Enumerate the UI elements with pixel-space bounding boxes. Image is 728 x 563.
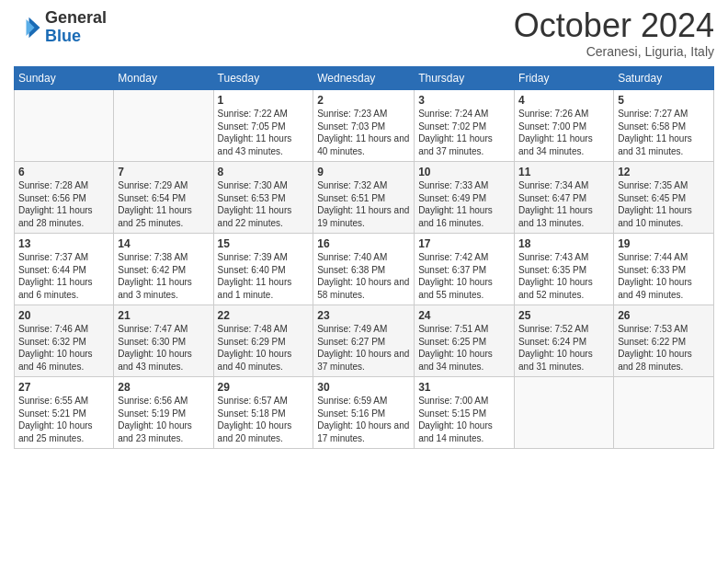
day-info: Sunrise: 7:24 AM Sunset: 7:02 PM Dayligh… (418, 108, 510, 157)
calendar-cell-w3-d6: 19Sunrise: 7:44 AM Sunset: 6:33 PM Dayli… (614, 234, 714, 305)
header-saturday: Saturday (614, 67, 714, 90)
day-info: Sunrise: 7:29 AM Sunset: 6:54 PM Dayligh… (118, 179, 209, 229)
day-number: 4 (518, 94, 609, 107)
day-number: 22 (218, 309, 310, 322)
day-number: 21 (118, 309, 209, 322)
calendar-cell-w4-d1: 21Sunrise: 7:47 AM Sunset: 6:30 PM Dayli… (114, 305, 213, 377)
day-number: 11 (518, 166, 609, 178)
calendar-cell-w1-d3: 2Sunrise: 7:23 AM Sunset: 7:03 PM Daylig… (313, 90, 415, 162)
calendar-cell-w5-d1: 28Sunrise: 6:56 AM Sunset: 5:19 PM Dayli… (114, 377, 213, 449)
page-container: General Blue October 2024 Ceranesi, Ligu… (0, 0, 728, 454)
day-number: 18 (518, 237, 609, 250)
day-info: Sunrise: 7:27 AM Sunset: 6:58 PM Dayligh… (618, 108, 710, 157)
header-friday: Friday (515, 67, 614, 90)
day-info: Sunrise: 7:46 AM Sunset: 6:32 PM Dayligh… (18, 323, 109, 373)
day-info: Sunrise: 7:49 AM Sunset: 6:27 PM Dayligh… (317, 323, 410, 373)
calendar-cell-w4-d3: 23Sunrise: 7:49 AM Sunset: 6:27 PM Dayli… (313, 305, 415, 377)
day-info: Sunrise: 7:43 AM Sunset: 6:35 PM Dayligh… (518, 251, 609, 301)
calendar-cell-w4-d5: 25Sunrise: 7:52 AM Sunset: 6:24 PM Dayli… (515, 305, 614, 377)
day-number: 8 (218, 166, 310, 178)
logo-text: General Blue (45, 9, 107, 46)
calendar-cell-w1-d1 (114, 90, 213, 162)
week-row-3: 13Sunrise: 7:37 AM Sunset: 6:44 PM Dayli… (15, 234, 714, 305)
logo-icon (14, 14, 41, 41)
day-number: 14 (118, 237, 209, 250)
calendar-cell-w1-d6: 5Sunrise: 7:27 AM Sunset: 6:58 PM Daylig… (614, 90, 714, 162)
day-info: Sunrise: 7:39 AM Sunset: 6:40 PM Dayligh… (218, 251, 310, 301)
week-row-5: 27Sunrise: 6:55 AM Sunset: 5:21 PM Dayli… (15, 377, 714, 449)
day-number: 1 (218, 94, 310, 107)
calendar-table: Sunday Monday Tuesday Wednesday Thursday… (14, 66, 714, 449)
day-number: 7 (118, 166, 209, 178)
day-info: Sunrise: 6:57 AM Sunset: 5:18 PM Dayligh… (218, 395, 310, 444)
week-row-1: 1Sunrise: 7:22 AM Sunset: 7:05 PM Daylig… (15, 90, 714, 162)
day-info: Sunrise: 7:47 AM Sunset: 6:30 PM Dayligh… (118, 323, 209, 373)
calendar-cell-w5-d6 (614, 377, 714, 449)
day-number: 30 (317, 381, 410, 394)
calendar-cell-w2-d3: 9Sunrise: 7:32 AM Sunset: 6:51 PM Daylig… (313, 162, 415, 234)
calendar-cell-w5-d5 (515, 377, 614, 449)
day-info: Sunrise: 7:42 AM Sunset: 6:37 PM Dayligh… (418, 251, 510, 301)
calendar-cell-w1-d4: 3Sunrise: 7:24 AM Sunset: 7:02 PM Daylig… (415, 90, 515, 162)
day-number: 9 (317, 166, 410, 178)
day-number: 20 (18, 309, 109, 322)
day-info: Sunrise: 6:59 AM Sunset: 5:16 PM Dayligh… (317, 395, 410, 444)
day-number: 25 (518, 309, 609, 322)
calendar-cell-w1-d5: 4Sunrise: 7:26 AM Sunset: 7:00 PM Daylig… (515, 90, 614, 162)
day-number: 27 (18, 381, 109, 394)
title-block: October 2024 Ceranesi, Liguria, Italy (514, 9, 714, 59)
week-row-2: 6Sunrise: 7:28 AM Sunset: 6:56 PM Daylig… (15, 162, 714, 234)
day-info: Sunrise: 7:48 AM Sunset: 6:29 PM Dayligh… (218, 323, 310, 373)
calendar-cell-w2-d2: 8Sunrise: 7:30 AM Sunset: 6:53 PM Daylig… (213, 162, 313, 234)
day-info: Sunrise: 7:37 AM Sunset: 6:44 PM Dayligh… (18, 251, 109, 301)
day-number: 10 (418, 166, 510, 178)
header-tuesday: Tuesday (213, 67, 313, 90)
day-number: 24 (418, 309, 510, 322)
header-monday: Monday (114, 67, 213, 90)
day-number: 2 (317, 94, 410, 107)
day-info: Sunrise: 6:55 AM Sunset: 5:21 PM Dayligh… (18, 395, 109, 444)
month-title: October 2024 (514, 9, 714, 42)
day-info: Sunrise: 7:30 AM Sunset: 6:53 PM Dayligh… (218, 179, 310, 229)
calendar-cell-w2-d5: 11Sunrise: 7:34 AM Sunset: 6:47 PM Dayli… (515, 162, 614, 234)
day-number: 12 (618, 166, 710, 178)
calendar-cell-w5-d4: 31Sunrise: 7:00 AM Sunset: 5:15 PM Dayli… (415, 377, 515, 449)
calendar-cell-w3-d2: 15Sunrise: 7:39 AM Sunset: 6:40 PM Dayli… (213, 234, 313, 305)
calendar-cell-w3-d5: 18Sunrise: 7:43 AM Sunset: 6:35 PM Dayli… (515, 234, 614, 305)
day-info: Sunrise: 7:44 AM Sunset: 6:33 PM Dayligh… (618, 251, 710, 301)
weekday-header-row: Sunday Monday Tuesday Wednesday Thursday… (15, 67, 714, 90)
day-info: Sunrise: 6:56 AM Sunset: 5:19 PM Dayligh… (118, 395, 209, 444)
header-sunday: Sunday (15, 67, 114, 90)
logo-general: General (45, 8, 107, 27)
calendar-cell-w4-d6: 26Sunrise: 7:53 AM Sunset: 6:22 PM Dayli… (614, 305, 714, 377)
day-info: Sunrise: 7:00 AM Sunset: 5:15 PM Dayligh… (418, 395, 510, 444)
day-info: Sunrise: 7:38 AM Sunset: 6:42 PM Dayligh… (118, 251, 209, 301)
day-info: Sunrise: 7:33 AM Sunset: 6:49 PM Dayligh… (418, 179, 510, 229)
calendar-cell-w1-d0 (15, 90, 114, 162)
day-number: 28 (118, 381, 209, 394)
calendar-cell-w3-d4: 17Sunrise: 7:42 AM Sunset: 6:37 PM Dayli… (415, 234, 515, 305)
day-number: 5 (618, 94, 710, 107)
calendar-cell-w2-d4: 10Sunrise: 7:33 AM Sunset: 6:49 PM Dayli… (415, 162, 515, 234)
calendar-cell-w5-d0: 27Sunrise: 6:55 AM Sunset: 5:21 PM Dayli… (15, 377, 114, 449)
day-number: 3 (418, 94, 510, 107)
location-title: Ceranesi, Liguria, Italy (514, 44, 714, 59)
day-info: Sunrise: 7:52 AM Sunset: 6:24 PM Dayligh… (518, 323, 609, 373)
calendar-cell-w5-d3: 30Sunrise: 6:59 AM Sunset: 5:16 PM Dayli… (313, 377, 415, 449)
day-number: 16 (317, 237, 410, 250)
calendar-cell-w3-d1: 14Sunrise: 7:38 AM Sunset: 6:42 PM Dayli… (114, 234, 213, 305)
day-info: Sunrise: 7:26 AM Sunset: 7:00 PM Dayligh… (518, 108, 609, 157)
calendar-cell-w2-d0: 6Sunrise: 7:28 AM Sunset: 6:56 PM Daylig… (15, 162, 114, 234)
week-row-4: 20Sunrise: 7:46 AM Sunset: 6:32 PM Dayli… (15, 305, 714, 377)
day-info: Sunrise: 7:34 AM Sunset: 6:47 PM Dayligh… (518, 179, 609, 229)
day-info: Sunrise: 7:22 AM Sunset: 7:05 PM Dayligh… (218, 108, 310, 157)
header-wednesday: Wednesday (313, 67, 415, 90)
day-info: Sunrise: 7:35 AM Sunset: 6:45 PM Dayligh… (618, 179, 710, 229)
day-number: 26 (618, 309, 710, 322)
day-number: 13 (18, 237, 109, 250)
calendar-cell-w2-d6: 12Sunrise: 7:35 AM Sunset: 6:45 PM Dayli… (614, 162, 714, 234)
day-info: Sunrise: 7:40 AM Sunset: 6:38 PM Dayligh… (317, 251, 410, 301)
day-number: 23 (317, 309, 410, 322)
calendar-cell-w2-d1: 7Sunrise: 7:29 AM Sunset: 6:54 PM Daylig… (114, 162, 213, 234)
header: General Blue October 2024 Ceranesi, Ligu… (14, 9, 714, 59)
